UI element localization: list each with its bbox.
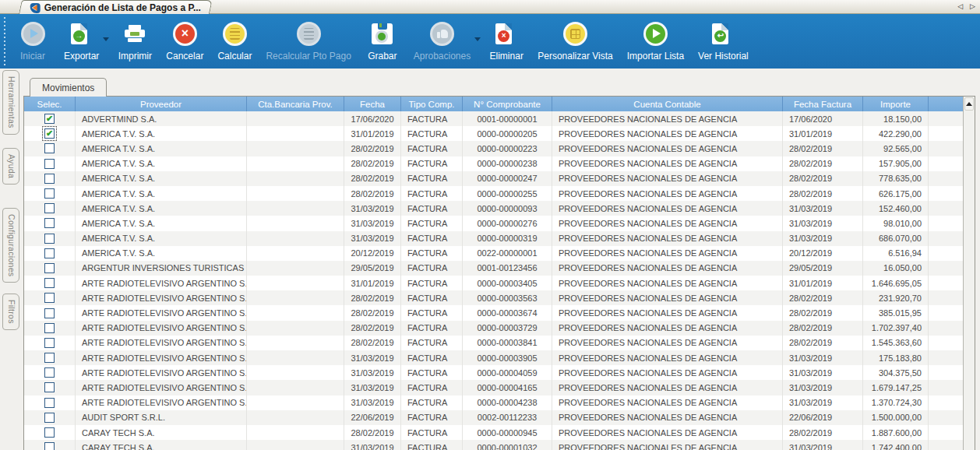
- row-checkbox[interactable]: [44, 143, 55, 153]
- tab-scroll-controls: ◁ ▷: [957, 2, 975, 11]
- table-row[interactable]: ✔AMERICA T.V. S.A.31/01/2019FACTURA0000-…: [24, 126, 963, 141]
- table-row[interactable]: AUDIT SPORT S.R.L.22/06/2019FACTURA0002-…: [24, 410, 963, 425]
- table-row[interactable]: AMERICA T.V. S.A.28/02/2019FACTURA0000-0…: [24, 171, 963, 186]
- table-row[interactable]: ARTE RADIOTELEVISIVO ARGENTINO S.A.28/02…: [24, 290, 963, 305]
- table-row[interactable]: AMERICA T.V. S.A.31/03/2019FACTURA0000-0…: [24, 231, 963, 246]
- row-checkbox[interactable]: [44, 338, 55, 348]
- table-row[interactable]: CARAY TECH S.A.28/02/2019FACTURA0000-000…: [24, 425, 963, 440]
- column-header-importe[interactable]: Importe: [863, 97, 929, 111]
- cell-proveedor: AMERICA T.V. S.A.: [76, 186, 247, 201]
- tab-scroll-right-icon[interactable]: ▷: [970, 2, 975, 11]
- row-checkbox[interactable]: [44, 323, 55, 333]
- row-checkbox[interactable]: [44, 293, 55, 303]
- table-row[interactable]: AMERICA T.V. S.A.20/12/2019FACTURA0022-0…: [24, 246, 963, 261]
- imprimir-icon: [118, 17, 152, 50]
- side-tab-filtros[interactable]: Filtros: [2, 294, 19, 330]
- table-row[interactable]: ARGENTUR INVERSIONES TURISTICAS S.A.29/0…: [24, 261, 963, 276]
- ver-historial-button[interactable]: ↩Ver Historial: [691, 17, 756, 62]
- side-tab-ayuda[interactable]: Ayuda: [2, 148, 19, 185]
- column-header-fecha[interactable]: Fecha: [344, 97, 401, 111]
- cell-proveedor: CARAY TECH S.A.: [76, 425, 247, 440]
- row-checkbox[interactable]: [44, 382, 55, 392]
- importar-lista-button[interactable]: Importar Lista: [620, 17, 691, 62]
- grabar-button[interactable]: Grabar: [358, 17, 407, 62]
- app-tab[interactable]: Generación de Lista de Pagos a P...: [19, 0, 213, 14]
- row-checkbox[interactable]: [44, 234, 55, 244]
- table-row[interactable]: ARTE RADIOTELEVISIVO ARGENTINO S.A.28/02…: [24, 321, 963, 336]
- table-row[interactable]: AMERICA T.V. S.A.28/02/2019FACTURA0000-0…: [24, 141, 963, 156]
- eliminar-button[interactable]: ×Eliminar: [482, 17, 531, 62]
- recalcular-pto-pago-button: Recalcular Pto Pago: [259, 17, 358, 62]
- table-row[interactable]: ✔ADVERTMIND S.A.17/06/2020FACTURA0001-00…: [24, 111, 963, 126]
- cell-comprobante: 0000-00003563: [463, 290, 552, 305]
- app-tab-title: Generación de Lista de Pagos a P...: [44, 2, 201, 13]
- cell-cta: [247, 186, 344, 201]
- cell-selec: [24, 231, 76, 246]
- vertical-scrollbar[interactable]: [963, 97, 975, 450]
- table-row[interactable]: AMERICA T.V. S.A.31/03/2019FACTURA0000-0…: [24, 201, 963, 216]
- table-row[interactable]: ARTE RADIOTELEVISIVO ARGENTINO S.A.31/03…: [24, 396, 963, 410]
- row-checkbox[interactable]: [44, 174, 55, 184]
- cell-cta: [247, 410, 344, 425]
- column-header-cuenta-contable[interactable]: Cuenta Contable: [552, 97, 783, 111]
- column-header-tipo-comp[interactable]: Tipo Comp.: [401, 97, 463, 111]
- cell-cuenta: PROVEEDORES NACIONALES DE AGENCIA: [552, 171, 783, 186]
- toolbar-drag-handle[interactable]: [2, 17, 6, 65]
- side-tab-herramientas[interactable]: Herramientas: [2, 70, 19, 135]
- row-checkbox[interactable]: ✔: [44, 128, 55, 139]
- column-header-cta-bancaria-prov[interactable]: Cta.Bancaria Prov.: [247, 97, 344, 111]
- row-checkbox[interactable]: [44, 263, 55, 273]
- column-header-n-comprobante[interactable]: N° Comprobante: [463, 97, 552, 111]
- cancelar-button[interactable]: ×Cancelar: [159, 17, 210, 62]
- cell-cta: [247, 305, 344, 320]
- table-row[interactable]: AMERICA T.V. S.A.28/02/2019FACTURA0000-0…: [24, 186, 963, 201]
- cell-total: [929, 126, 963, 141]
- table-row[interactable]: ARTE RADIOTELEVISIVO ARGENTINO S.A.28/02…: [24, 305, 963, 320]
- tab-movimientos[interactable]: Movimientos: [30, 78, 107, 97]
- cell-selec: [24, 365, 76, 380]
- row-checkbox[interactable]: [44, 188, 55, 199]
- table-row[interactable]: AMERICA T.V. S.A.28/02/2019FACTURA0000-0…: [24, 156, 963, 171]
- cell-comprobante: 0000-00003729: [463, 321, 552, 336]
- cell-fecha-factura: 31/03/2019: [783, 365, 863, 380]
- calcular-button[interactable]: Calcular: [210, 17, 259, 62]
- cell-proveedor: ARGENTUR INVERSIONES TURISTICAS S.A.: [76, 261, 247, 276]
- table-row[interactable]: ARTE RADIOTELEVISIVO ARGENTINO S.A.31/03…: [24, 365, 963, 380]
- table-row[interactable]: ARTE RADIOTELEVISIVO ARGENTINO S.A.31/03…: [24, 350, 963, 365]
- row-checkbox[interactable]: [44, 398, 55, 408]
- row-checkbox[interactable]: [44, 427, 55, 438]
- scroll-up-button[interactable]: [964, 97, 974, 111]
- exportar-button[interactable]: →Exportar: [57, 17, 106, 62]
- cell-selec: [24, 186, 76, 201]
- cell-comprobante: 0000-00000205: [463, 126, 552, 141]
- table-row[interactable]: ARTE RADIOTELEVISIVO ARGENTINO S.A.31/03…: [24, 380, 963, 395]
- table-row[interactable]: CARAY TECH S.A.31/03/2019FACTURA0000-000…: [24, 440, 963, 450]
- personalizar-vista-button[interactable]: Personalizar Vista: [531, 17, 620, 62]
- row-checkbox[interactable]: [44, 278, 55, 288]
- exportar-dropdown-icon[interactable]: [103, 37, 109, 41]
- row-checkbox[interactable]: [44, 353, 55, 363]
- table-row[interactable]: ARTE RADIOTELEVISIVO ARGENTINO S.A.31/01…: [24, 276, 963, 290]
- row-checkbox[interactable]: ✔: [44, 114, 55, 124]
- row-checkbox[interactable]: [44, 218, 55, 228]
- imprimir-label: Imprimir: [118, 51, 152, 62]
- row-checkbox[interactable]: [44, 413, 55, 423]
- row-checkbox[interactable]: [44, 442, 55, 450]
- table-row[interactable]: AMERICA T.V. S.A.31/03/2019FACTURA0000-0…: [24, 216, 963, 230]
- cell-total: [929, 111, 963, 126]
- column-header-selec[interactable]: Selec.: [24, 97, 76, 111]
- imprimir-button[interactable]: Imprimir: [111, 17, 159, 62]
- table-row[interactable]: ARTE RADIOTELEVISIVO ARGENTINO S.A.28/02…: [24, 336, 963, 350]
- row-checkbox[interactable]: [44, 308, 55, 318]
- cell-fecha: 28/02/2019: [344, 321, 401, 336]
- column-header-fecha-factura[interactable]: Fecha Factura: [783, 97, 863, 111]
- cell-cuenta: PROVEEDORES NACIONALES DE AGENCIA: [552, 111, 783, 126]
- row-checkbox[interactable]: [44, 248, 55, 258]
- row-checkbox[interactable]: [44, 203, 55, 213]
- column-header-proveedor[interactable]: Proveedor: [76, 97, 247, 111]
- row-checkbox[interactable]: [44, 159, 55, 169]
- aprobaciones-dropdown-icon[interactable]: [474, 37, 481, 41]
- side-tab-configuraciones[interactable]: Configuraciones: [2, 208, 19, 283]
- tab-scroll-left-icon[interactable]: ◁: [957, 2, 963, 11]
- row-checkbox[interactable]: [44, 367, 55, 378]
